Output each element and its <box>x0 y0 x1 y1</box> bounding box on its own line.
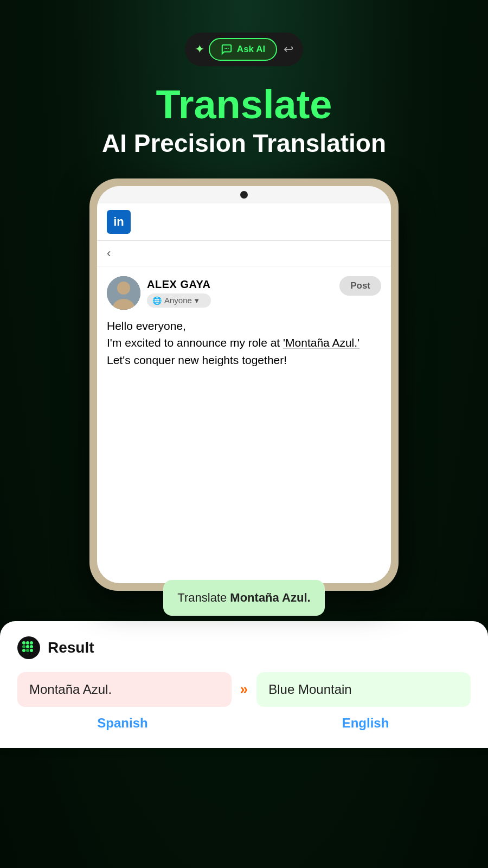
translate-bubble-wrapper: Translate Montaña Azul. <box>142 580 346 616</box>
back-nav[interactable]: ‹ <box>97 241 391 266</box>
post-button[interactable]: Post <box>339 276 381 296</box>
target-box: Blue Mountain <box>256 672 471 707</box>
user-name: ALEX GAYA <box>147 278 211 291</box>
svg-point-6 <box>22 641 25 644</box>
user-info: ALEX GAYA 🌐 Anyone ▾ <box>107 276 211 310</box>
svg-point-1 <box>226 48 227 49</box>
user-details: ALEX GAYA 🌐 Anyone ▾ <box>147 278 211 308</box>
result-panel: Result Montaña Azul. » Blue Mountain Spa… <box>0 621 488 748</box>
svg-point-9 <box>22 645 25 648</box>
subtitle: AI Precision Translation <box>102 129 386 158</box>
post-composer: ALEX GAYA 🌐 Anyone ▾ Post Hello ever <box>97 266 391 380</box>
arrows-icon: » <box>240 681 248 698</box>
phone-inner: in ‹ <box>97 186 391 583</box>
audience-badge[interactable]: 🌐 Anyone ▾ <box>147 293 211 308</box>
chat-icon <box>221 43 233 55</box>
translate-prefix: Translate <box>177 591 227 604</box>
composer-top: ALEX GAYA 🌐 Anyone ▾ Post <box>107 276 381 310</box>
globe-icon: 🌐 <box>152 296 162 305</box>
translation-row: Montaña Azul. » Blue Mountain <box>17 672 471 707</box>
app-content: in ‹ <box>97 203 391 583</box>
audience-label: Anyone <box>164 296 192 305</box>
ask-ai-label: Ask AI <box>237 44 265 55</box>
linkedin-header: in <box>97 203 391 241</box>
svg-point-13 <box>26 649 29 652</box>
top-toolbar: ✦ Ask AI ↩ <box>185 33 303 66</box>
post-line1: Hello everyone, <box>107 320 186 332</box>
camera-dot <box>240 191 248 199</box>
svg-point-7 <box>26 641 29 644</box>
main-title: Translate <box>102 82 386 126</box>
ask-ai-button[interactable]: Ask AI <box>209 38 277 61</box>
source-box: Montaña Azul. <box>17 672 232 707</box>
result-header: Result <box>17 636 471 659</box>
result-icon <box>17 636 40 659</box>
svg-point-11 <box>30 645 33 648</box>
svg-point-12 <box>22 649 25 652</box>
camera-bar <box>97 186 391 203</box>
source-language-label[interactable]: Spanish <box>17 716 228 731</box>
translate-bubble: Translate Montaña Azul. <box>163 580 324 616</box>
post-text: Hello everyone, I'm excited to announce … <box>107 317 381 380</box>
svg-point-14 <box>30 649 33 652</box>
target-language-label[interactable]: English <box>260 716 471 731</box>
svg-point-4 <box>117 282 130 295</box>
svg-point-10 <box>26 645 29 648</box>
language-row: Spanish English <box>17 716 471 731</box>
svg-point-2 <box>228 48 229 49</box>
reply-icon[interactable]: ↩ <box>284 42 293 56</box>
sparkle-icon: ✦ <box>195 42 204 56</box>
post-line2: I'm excited to announce my role at <box>107 336 283 349</box>
avatar-image <box>107 276 140 310</box>
dropdown-chevron: ▾ <box>195 296 199 305</box>
svg-point-8 <box>30 641 33 644</box>
ai-icon <box>21 640 36 655</box>
title-section: Translate AI Precision Translation <box>102 82 386 159</box>
svg-point-0 <box>224 48 226 49</box>
linkedin-logo: in <box>107 210 131 234</box>
phone-mockup: in ‹ <box>89 178 399 591</box>
post-line3: Let's conquer new heights together! <box>107 354 287 366</box>
avatar <box>107 276 140 310</box>
result-title: Result <box>48 639 94 656</box>
translate-word: Montaña Azul. <box>230 591 310 604</box>
avatar-svg <box>107 276 140 310</box>
post-highlighted: 'Montaña Azul.' <box>283 336 359 349</box>
phone-frame: in ‹ <box>89 178 399 591</box>
